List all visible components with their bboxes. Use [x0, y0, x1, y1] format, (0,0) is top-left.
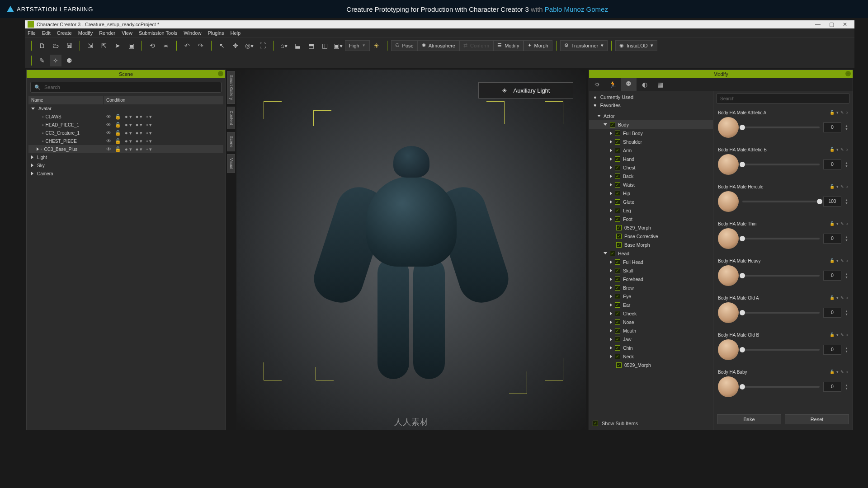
checkbox-icon[interactable]: ✓ — [615, 337, 620, 342]
morph-value-input[interactable]: 0 — [823, 308, 841, 318]
transformer-dropdown[interactable]: ⚙Transformer▾ — [560, 40, 608, 51]
checkbox-icon[interactable]: ✓ — [615, 182, 620, 188]
dot-group[interactable]: ▫ ▾ — [146, 138, 152, 144]
chevron-down-icon[interactable]: ▾ — [836, 110, 839, 115]
morph-slider[interactable] — [742, 201, 820, 202]
reset-icon[interactable]: ○ — [846, 258, 848, 263]
lock-icon[interactable]: 🔓 — [830, 110, 835, 115]
morph-value-input[interactable]: 0 — [823, 271, 841, 281]
morph-value-input[interactable]: 0 — [823, 234, 841, 244]
morph-slider[interactable] — [742, 386, 820, 388]
reset-icon[interactable]: ○ — [846, 184, 848, 189]
frame-in-icon[interactable]: ⬓ — [292, 40, 303, 52]
auxiliary-light-toggle[interactable]: ☀ Auxiliary Light — [478, 82, 573, 99]
reset-icon[interactable]: ○ — [846, 296, 848, 300]
chevron-down-icon[interactable]: ▾ — [836, 258, 839, 263]
lock-icon[interactable]: 🔓 — [830, 147, 835, 152]
hier-row[interactable]: ✓Glute — [589, 197, 713, 206]
window-close-button[interactable]: ✕ — [838, 21, 852, 28]
dot-group[interactable]: ● ▾ — [136, 138, 143, 144]
dot-group[interactable]: ● ▾ — [136, 114, 143, 120]
dot-group[interactable]: ● ▾ — [125, 138, 132, 144]
reset-icon[interactable]: ○ — [846, 221, 848, 226]
edit-icon[interactable]: ✎ — [840, 221, 844, 226]
checkbox-icon[interactable]: ✓ — [610, 122, 615, 127]
hier-row[interactable]: ✓Chin — [589, 343, 713, 352]
hier-row[interactable]: ✓Hand — [589, 155, 713, 163]
skin-icon[interactable]: ⚈ — [63, 55, 75, 66]
hier-row[interactable]: ✓Back — [589, 172, 713, 180]
redo-icon[interactable]: ↷ — [195, 40, 207, 52]
reset-icon[interactable]: ○ — [846, 110, 848, 115]
orbit-icon[interactable]: ⟲ — [146, 40, 158, 52]
hier-row[interactable]: ✓Arm — [589, 146, 713, 155]
chevron-down-icon[interactable]: ▾ — [836, 221, 839, 226]
scene-tree-row[interactable]: ▫CLAWS👁🔓● ▾● ▾▫ ▾ — [28, 113, 223, 121]
scene-tree-row[interactable]: ▫CC3_Creature_1👁🔓● ▾● ▾▫ ▾ — [28, 129, 223, 137]
edit-icon[interactable]: ✎ — [840, 184, 844, 189]
checkbox-icon[interactable]: ✓ — [615, 156, 620, 162]
lock-icon[interactable]: 🔓 — [830, 221, 835, 226]
dot-group[interactable]: ● ▾ — [136, 146, 143, 152]
morph-slider[interactable] — [742, 164, 820, 165]
checkbox-icon[interactable]: ✓ — [615, 328, 620, 333]
lock-icon[interactable]: 🔓 — [115, 130, 121, 136]
checkbox-icon[interactable]: ✓ — [615, 139, 620, 145]
hier-row[interactable]: ✓Full Head — [589, 258, 713, 266]
menu-window[interactable]: Window — [184, 30, 201, 36]
frame-out-icon[interactable]: ⬒ — [305, 40, 317, 52]
dot-group[interactable]: ▫ ▾ — [146, 130, 152, 136]
checkbox-icon[interactable]: ✓ — [615, 216, 620, 222]
lock-icon[interactable]: 🔓 — [830, 370, 835, 374]
camera-icon[interactable]: ▣▾ — [332, 40, 344, 52]
checkbox-icon[interactable]: ✓ — [616, 362, 622, 368]
reset-button[interactable]: Reset — [785, 414, 849, 424]
checkbox-icon[interactable]: ✓ — [615, 285, 620, 291]
chevron-down-icon[interactable]: ▾ — [836, 147, 839, 152]
lock-icon[interactable]: 🔓 — [115, 146, 121, 152]
lock-icon[interactable]: 🔓 — [115, 122, 121, 128]
sculpt-icon[interactable]: ✎ — [36, 55, 48, 66]
eye-icon[interactable]: 👁 — [106, 114, 111, 119]
spinner-arrows[interactable]: ▲▼ — [845, 310, 848, 316]
checkbox-icon[interactable]: ✓ — [615, 319, 620, 325]
dot-group[interactable]: ● ▾ — [125, 146, 132, 152]
checkbox-icon[interactable]: ✓ — [615, 199, 620, 205]
frame-sel-icon[interactable]: ◫ — [319, 40, 330, 52]
panel-close-icon[interactable]: – — [845, 71, 851, 76]
spinner-arrows[interactable]: ▲▼ — [845, 384, 848, 390]
menu-create[interactable]: Create — [57, 30, 72, 36]
package-icon[interactable]: ▣ — [125, 40, 137, 52]
hier-row[interactable]: ✓Cheek — [589, 309, 713, 318]
hier-row[interactable]: ✓Base Morph — [589, 240, 713, 249]
checkbox-icon[interactable]: ✓ — [615, 311, 620, 316]
edit-icon[interactable]: ✎ — [840, 333, 844, 337]
spinner-arrows[interactable]: ▲▼ — [845, 347, 848, 353]
scene-tree-row[interactable]: Light — [28, 153, 223, 161]
lock-icon[interactable]: 🔓 — [115, 114, 121, 120]
menu-plugins[interactable]: Plugins — [208, 30, 224, 36]
menu-submission-tools[interactable]: Submission Tools — [139, 30, 177, 36]
dot-group[interactable]: ● ▾ — [136, 122, 143, 128]
reset-icon[interactable]: ○ — [846, 370, 848, 374]
dot-group[interactable]: ● ▾ — [125, 122, 132, 128]
menu-edit[interactable]: Edit — [42, 30, 51, 36]
rail-tab-content[interactable]: Content — [227, 107, 235, 129]
menu-modify[interactable]: Modify — [78, 30, 93, 36]
tab-sliders-icon[interactable]: ⛭ — [589, 78, 605, 91]
panel-close-icon[interactable]: – — [218, 71, 223, 76]
bake-button[interactable]: Bake — [717, 414, 781, 424]
morph-value-input[interactable]: 0 — [823, 160, 841, 169]
spinner-arrows[interactable]: ▲▼ — [845, 124, 848, 131]
reset-icon[interactable]: ○ — [846, 333, 848, 337]
checkbox-icon[interactable]: ✓ — [610, 251, 615, 256]
window-minimize-button[interactable]: — — [811, 21, 825, 28]
scale-tool-icon[interactable]: ⛶ — [257, 40, 269, 52]
hier-row[interactable]: ✓Waist — [589, 180, 713, 189]
pose-button[interactable]: ⚇Pose — [391, 40, 418, 51]
checkbox-icon[interactable]: ✓ — [616, 242, 622, 248]
checkbox-icon[interactable]: ✓ — [615, 259, 620, 265]
rail-tab-scene[interactable]: Scene — [227, 132, 235, 152]
spinner-arrows[interactable]: ▲▼ — [845, 235, 848, 242]
morph-slider[interactable] — [742, 275, 820, 277]
